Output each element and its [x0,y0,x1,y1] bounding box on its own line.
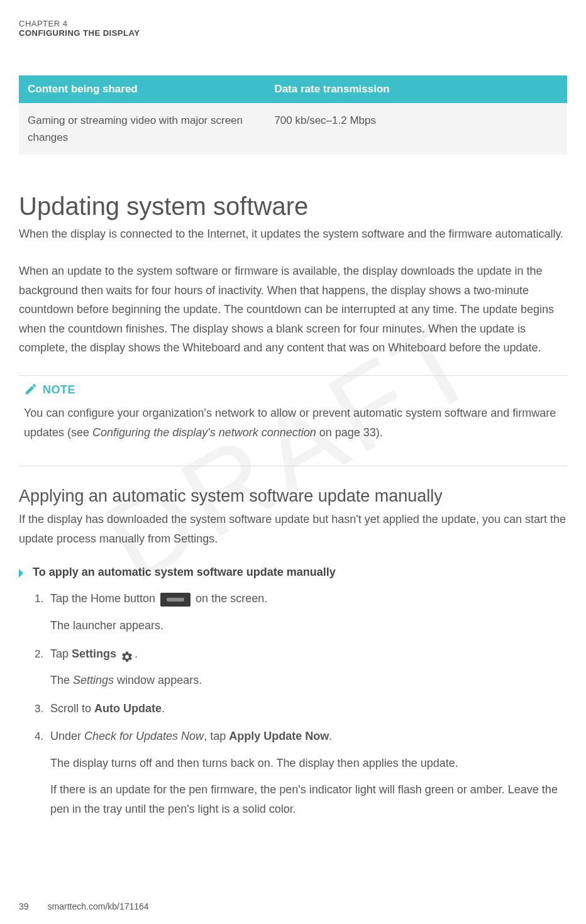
step-bold: Apply Update Now [229,730,329,742]
list-item: Scroll to Auto Update. [47,699,567,718]
procedure-title: To apply an automatic system software up… [33,566,336,579]
table-header-cell: Content being shared [19,75,265,103]
step-italic: Check for Updates Now [84,730,204,742]
list-item: Tap the Home button on the screen. The l… [47,589,567,635]
subsection-intro: If the display has downloaded the system… [19,510,567,548]
footer-url: smarttech.com/kb/171164 [48,901,149,911]
step-text: Tap the Home button [50,592,158,605]
data-rate-table: Content being shared Data rate transmiss… [19,75,567,155]
step-sub-pre: The [50,674,73,686]
step-sub: The launcher appears. [50,616,567,635]
caret-right-icon [19,566,25,580]
step-sub-post: window appears. [114,674,202,686]
divider [19,466,567,466]
step-text: . [329,730,332,742]
step-sub-italic: Settings [73,674,114,686]
note-text-post: on page 33). [316,426,383,439]
list-item: Tap Settings . The Settings window appea… [47,644,567,690]
note-box: NOTE You can configure your organization… [19,376,567,448]
step-text: on the screen. [192,592,267,605]
page-footer: 39 smarttech.com/kb/171164 [19,901,149,911]
list-item: Under Check for Updates Now, tap Apply U… [47,727,567,818]
step-text: , tap [204,730,229,742]
page-number: 39 [19,901,29,911]
table-header-row: Content being shared Data rate transmiss… [19,75,567,103]
step-sub: The Settings window appears. [50,671,567,690]
step-text: . [162,702,165,715]
section-paragraph: When an update to the system software or… [19,261,567,358]
table-cell: 700 kb/sec–1.2 Mbps [265,103,567,155]
gear-icon [121,650,133,663]
table-header-cell: Data rate transmission [265,75,567,103]
note-label: NOTE [43,383,75,397]
note-text: You can configure your organization's ne… [24,404,562,442]
chapter-label: CHAPTER 4 [19,19,567,28]
procedure-steps: Tap the Home button on the screen. The l… [47,589,567,818]
section-heading: Updating system software [19,192,567,221]
chapter-title: CONFIGURING THE DISPLAY [19,28,567,38]
section-intro: When the display is connected to the Int… [19,224,567,244]
step-text: Under [50,730,84,742]
procedure-header: To apply an automatic system software up… [19,566,567,580]
table-row: Gaming or streaming video with major scr… [19,103,567,155]
pencil-icon [24,382,38,399]
step-text: Scroll to [50,702,94,715]
step-bold: Settings [72,647,116,660]
step-sub: The display turns off and then turns bac… [50,754,567,773]
step-sub: If there is an update for the pen firmwa… [50,780,567,818]
note-link-text: Configuring the display's network connec… [92,426,316,439]
subsection-heading: Applying an automatic system software up… [19,487,567,506]
home-button-icon [160,593,191,607]
table-cell: Gaming or streaming video with major scr… [19,103,265,155]
chapter-header: CHAPTER 4 CONFIGURING THE DISPLAY [19,19,567,38]
step-bold: Auto Update [94,702,162,715]
step-text: Tap [50,647,72,660]
step-text: . [135,647,138,660]
